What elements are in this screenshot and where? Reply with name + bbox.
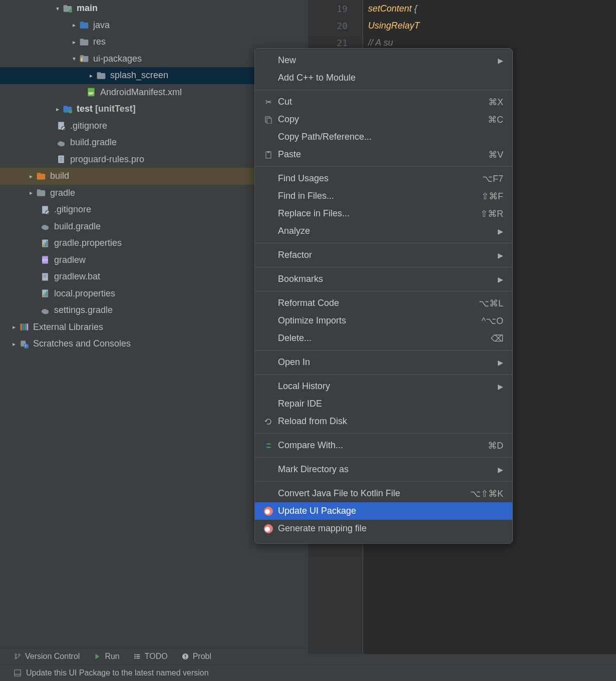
branch-icon: [14, 653, 21, 660]
chevron-down-icon[interactable]: [69, 55, 79, 62]
status-bar: Update this UI Package to the latest nam…: [0, 664, 616, 681]
tool-label: TODO: [145, 652, 168, 661]
folder-icon: [63, 104, 73, 114]
menu-separator: [255, 457, 512, 458]
svg-point-55: [15, 657, 17, 659]
menu-item-mark-directory[interactable]: Mark Directory as▶: [255, 461, 512, 478]
svg-rect-64: [185, 655, 186, 657]
chevron-right-icon[interactable]: [69, 39, 79, 46]
tree-label-suffix: [unitTest]: [95, 104, 136, 114]
menu-item-reload[interactable]: Reload from Disk: [255, 413, 512, 430]
tree-label: java: [93, 20, 110, 31]
menu-item-paste[interactable]: Paste⌘V: [255, 146, 512, 163]
folder-icon: [36, 171, 46, 181]
menu-item-optimize-imports[interactable]: Optimize Imports^⌥O: [255, 312, 512, 329]
menu-item-repair-ide[interactable]: Repair IDE: [255, 395, 512, 413]
reload-icon: [262, 418, 275, 426]
menu-separator: [255, 350, 512, 351]
svg-rect-33: [45, 242, 46, 246]
menu-item-new[interactable]: New▶: [255, 52, 512, 69]
tool-window-version-control[interactable]: Version Control: [14, 652, 80, 661]
menu-separator: [255, 267, 512, 267]
svg-rect-27: [37, 190, 41, 191]
manifest-file-icon: MF: [86, 87, 96, 97]
shortcut: ⌥⇧⌘K: [470, 488, 503, 499]
menu-item-reformat[interactable]: Reformat Code⌥⌘L: [255, 294, 512, 312]
code-token: UsingRelayT: [368, 21, 420, 31]
menu-item-update-ui-package[interactable]: Update UI Package: [255, 502, 512, 520]
svg-rect-4: [80, 22, 84, 24]
tree-label: gradle.properties: [54, 238, 122, 248]
svg-rect-8: [80, 56, 84, 57]
svg-point-49: [24, 344, 29, 349]
menu-separator: [255, 291, 512, 291]
svg-point-54: [15, 654, 17, 656]
menu-item-compare[interactable]: Compare With...⌘D: [255, 437, 512, 454]
menu-item-find-usages[interactable]: Find Usages⌥F7: [255, 170, 512, 187]
tool-label: Run: [105, 652, 119, 661]
tool-window-run[interactable]: Run: [94, 652, 119, 661]
chevron-right-icon: ▶: [498, 359, 503, 367]
menu-item-generate-mapping[interactable]: Generate mapping file: [255, 520, 512, 537]
context-menu: New▶ Add C++ to Module ✂Cut⌘X Copy⌘C Cop…: [254, 48, 513, 544]
menu-item-copy[interactable]: Copy⌘C: [255, 111, 512, 128]
tree-node-main[interactable]: main: [0, 0, 308, 17]
compare-icon: [262, 442, 275, 450]
svg-rect-15: [64, 106, 68, 107]
tree-label: AndroidManifest.xml: [100, 87, 182, 98]
tool-window-todo[interactable]: TODO: [134, 652, 168, 661]
tree-label: splash_screen: [110, 70, 168, 81]
shortcut: ⌥⌘L: [479, 298, 503, 309]
svg-rect-3: [80, 23, 89, 29]
copy-icon: [262, 116, 275, 124]
menu-item-local-history[interactable]: Local History▶: [255, 378, 512, 395]
chevron-right-icon[interactable]: [86, 72, 96, 79]
menu-item-copy-path[interactable]: Copy Path/Reference...: [255, 128, 512, 146]
tool-window-problems[interactable]: Probl: [182, 652, 211, 661]
tree-label: local.properties: [54, 288, 115, 299]
tool-window-bar: Version Control Run TODO Probl: [0, 648, 308, 664]
tool-label: Version Control: [25, 652, 80, 661]
shortcut: ⇧⌘F: [481, 191, 503, 202]
scratches-icon: [19, 339, 29, 349]
menu-item-replace-in-files[interactable]: Replace in Files...⇧⌘R: [255, 205, 512, 222]
svg-rect-42: [45, 293, 46, 297]
menu-item-find-in-files[interactable]: Find in Files...⇧⌘F: [255, 187, 512, 205]
chevron-right-icon[interactable]: [9, 323, 19, 330]
svg-rect-32: [43, 244, 45, 246]
svg-rect-6: [80, 39, 84, 40]
tree-node-java[interactable]: java: [0, 17, 308, 34]
menu-item-delete[interactable]: Delete...⌫: [255, 329, 512, 347]
shortcut: ⌥F7: [482, 173, 503, 184]
file-icon: [56, 154, 66, 164]
menu-item-bookmarks[interactable]: Bookmarks▶: [255, 270, 512, 288]
svg-rect-10: [97, 73, 106, 79]
tree-label: main: [77, 3, 98, 14]
tree-label: ui-packages: [93, 54, 142, 64]
list-icon: [134, 653, 141, 660]
folder-icon: [96, 71, 106, 81]
chevron-right-icon[interactable]: [69, 22, 79, 29]
menu-item-convert-kotlin[interactable]: Convert Java File to Kotlin File⌥⇧⌘K: [255, 485, 512, 502]
window-icon[interactable]: [14, 669, 21, 676]
svg-rect-24: [37, 174, 46, 180]
menu-item-cut[interactable]: ✂Cut⌘X: [255, 93, 512, 111]
menu-item-add-cpp[interactable]: Add C++ to Module: [255, 69, 512, 87]
menu-item-refactor[interactable]: Refactor▶: [255, 246, 512, 264]
svg-point-59: [134, 657, 136, 659]
menu-item-analyze[interactable]: Analyze▶: [255, 222, 512, 240]
chevron-down-icon[interactable]: [53, 5, 63, 12]
chevron-right-icon[interactable]: [26, 189, 36, 196]
chevron-right-icon[interactable]: [53, 106, 63, 113]
menu-item-open-in[interactable]: Open In▶: [255, 354, 512, 371]
shortcut: ⌫: [491, 333, 503, 344]
shortcut: ^⌥O: [482, 315, 503, 326]
problems-icon: [182, 653, 189, 660]
chevron-right-icon[interactable]: [9, 340, 19, 348]
chevron-right-icon[interactable]: [26, 173, 36, 180]
code-token: // A su: [368, 38, 393, 48]
tree-label: gradlew: [54, 255, 86, 265]
tree-label: .gitignore: [54, 204, 91, 215]
chevron-right-icon: ▶: [498, 251, 503, 259]
code-token: setContent: [368, 4, 412, 14]
